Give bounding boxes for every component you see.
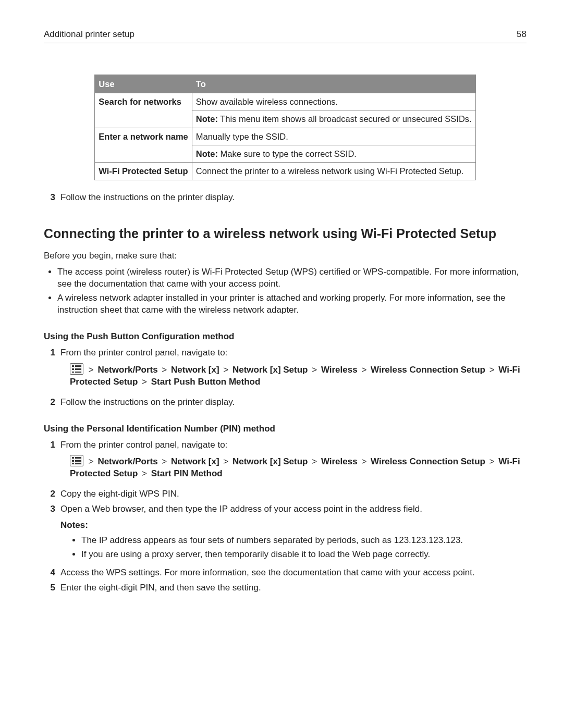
table-val: Manually type the SSID. — [192, 128, 475, 145]
table-val: Connect the printer to a wireless networ… — [192, 163, 475, 180]
step-text: From the printer control panel, navigate… — [60, 439, 527, 451]
nav-path: > Network/Ports > Network [x] > Network … — [60, 455, 527, 480]
path-sep: > — [219, 365, 232, 375]
step-text: Enter the eight‑digit PIN, and then save… — [60, 582, 527, 594]
options-table: Use To Search for networks Show availabl… — [94, 75, 475, 180]
intro-bullets: The access point (wireless router) is Wi… — [44, 266, 527, 316]
step-item: 1 From the printer control panel, naviga… — [44, 439, 527, 486]
step-text: Open a Web browser, and then type the IP… — [60, 503, 527, 515]
nav-path: > Network/Ports > Network [x] > Network … — [60, 363, 527, 388]
bullet-item: The IP address appears as four sets of n… — [81, 535, 527, 547]
step-item: 3 Open a Web browser, and then type the … — [44, 503, 527, 564]
table-head-row: Use To — [95, 75, 475, 93]
step-number: 3 — [44, 192, 55, 204]
path-sep: > — [308, 456, 321, 466]
bullet-item: A wireless network adapter installed in … — [57, 292, 527, 316]
page-content: Use To Search for networks Show availabl… — [44, 43, 527, 594]
ordered-step: 3 Follow the instructions on the printer… — [44, 192, 527, 204]
path-sep: > — [138, 468, 151, 478]
path-sep: > — [158, 365, 171, 375]
note-text: This menu item shows all broadcast secur… — [218, 114, 472, 124]
table-note: Note: Make sure to type the correct SSID… — [192, 145, 475, 163]
path-seg: Network [x] — [171, 365, 219, 375]
path-seg: Network [x] Setup — [232, 456, 308, 466]
path-seg: Network/Ports — [97, 365, 157, 375]
path-sep: > — [308, 365, 321, 375]
step-number: 3 — [44, 503, 55, 564]
step-item: 2 Follow the instructions on the printer… — [44, 397, 527, 409]
push-steps: 1 From the printer control panel, naviga… — [44, 347, 527, 409]
step-body: From the printer control panel, navigate… — [60, 439, 527, 486]
note-lead: Note: — [196, 114, 218, 124]
notes-bullets: The IP address appears as four sets of n… — [60, 535, 527, 561]
step-text: From the printer control panel, navigate… — [60, 347, 527, 359]
intro-text: Before you begin, make sure that: — [44, 250, 527, 262]
path-seg: Wireless — [321, 456, 358, 466]
path-sep: > — [87, 365, 98, 375]
pin-steps: 1 From the printer control panel, naviga… — [44, 439, 527, 594]
step-text: Copy the eight‑digit WPS PIN. — [60, 488, 527, 500]
path-seg: Network [x] Setup — [232, 365, 308, 375]
path-sep: > — [358, 456, 371, 466]
path-sep: > — [358, 365, 371, 375]
menu-icon — [70, 363, 83, 375]
table-note: Note: This menu item shows all broadcast… — [192, 110, 475, 128]
page: Additional printer setup 58 Use To Searc… — [0, 0, 563, 728]
bullet-item: If you are using a proxy server, then te… — [81, 549, 527, 561]
subsection-heading-push: Using the Push Button Configuration meth… — [44, 331, 527, 343]
path-sep: > — [485, 365, 498, 375]
subsection-heading-pin: Using the Personal Identification Number… — [44, 423, 527, 435]
step-number: 1 — [44, 347, 55, 393]
table-row: Search for networks Show available wirel… — [95, 93, 475, 110]
page-number: 58 — [517, 29, 527, 41]
path-seg: Network [x] — [171, 456, 219, 466]
step-number: 4 — [44, 567, 55, 579]
step-item: 3 Follow the instructions on the printer… — [44, 192, 527, 204]
path-seg: Start Push Button Method — [151, 377, 261, 387]
step-number: 1 — [44, 439, 55, 486]
step-body: Open a Web browser, and then type the IP… — [60, 503, 527, 564]
table-head-to: To — [192, 75, 475, 93]
path-seg: Start PIN Method — [151, 468, 223, 478]
note-text: Make sure to type the correct SSID. — [218, 149, 357, 158]
table-row: Enter a network name Manually type the S… — [95, 128, 475, 145]
step-item: 1 From the printer control panel, naviga… — [44, 347, 527, 393]
section-heading: Connecting the printer to a wireless net… — [44, 225, 527, 243]
header-title: Additional printer setup — [44, 29, 134, 41]
step-number: 5 — [44, 582, 55, 594]
path-seg: Network/Ports — [97, 456, 157, 466]
path-seg: Wireless Connection Setup — [371, 365, 485, 375]
note-lead: Note: — [196, 149, 218, 158]
path-sep: > — [219, 456, 232, 466]
step-body: From the printer control panel, navigate… — [60, 347, 527, 393]
table-key: Search for networks — [95, 93, 192, 128]
page-header: Additional printer setup 58 — [44, 29, 527, 43]
path-sep: > — [485, 456, 498, 466]
notes-lead: Notes: — [60, 520, 527, 532]
bullet-item: The access point (wireless router) is Wi… — [57, 266, 527, 290]
path-seg: Wireless Connection Setup — [371, 456, 485, 466]
step-text: Access the WPS settings. For more inform… — [60, 567, 527, 579]
step-number: 2 — [44, 397, 55, 409]
table-head-use: Use — [95, 75, 192, 93]
step-text: Follow the instructions on the printer d… — [60, 192, 527, 204]
path-sep: > — [138, 377, 151, 387]
step-item: 2 Copy the eight‑digit WPS PIN. — [44, 488, 527, 500]
menu-icon — [70, 455, 83, 466]
step-item: 4 Access the WPS settings. For more info… — [44, 567, 527, 579]
table-key: Enter a network name — [95, 128, 192, 163]
step-number: 2 — [44, 488, 55, 500]
path-sep: > — [158, 456, 171, 466]
path-seg: Wireless — [321, 365, 358, 375]
step-text: Follow the instructions on the printer d… — [60, 397, 527, 409]
table-val: Show available wireless connections. — [192, 93, 475, 110]
table-row: Wi‑Fi Protected Setup Connect the printe… — [95, 163, 475, 180]
path-sep: > — [87, 456, 98, 466]
table-key: Wi‑Fi Protected Setup — [95, 163, 192, 180]
step-item: 5 Enter the eight‑digit PIN, and then sa… — [44, 582, 527, 594]
